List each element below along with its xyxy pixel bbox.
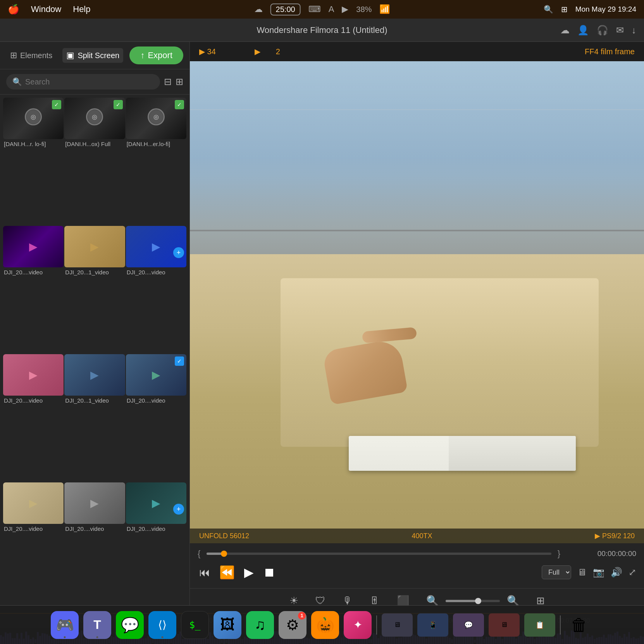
right-panel: ▶ 34 ▶ 2 FF4 film frame [190, 42, 644, 613]
menu-help[interactable]: Help [73, 4, 90, 14]
dock-teams[interactable]: T [83, 611, 111, 639]
video-frame-icon: ▶ [90, 497, 99, 510]
check-icon: ✓ [114, 100, 123, 109]
timecode-display: 00:00:00:00 [567, 549, 636, 558]
export-icon: ↑ [140, 50, 145, 60]
spotify-icon: ♫ [255, 616, 266, 633]
vlc-icon: 🎃 [316, 616, 334, 634]
list-item[interactable]: ▶ ✓ DJI_20....video [126, 354, 186, 482]
step-back-button[interactable]: ⏪ [218, 563, 236, 581]
tab-splitscreen[interactable]: ▣ Split Screen [62, 48, 123, 63]
list-item[interactable]: ▶ DJI_20...1_video [64, 354, 125, 482]
search-input-wrap[interactable]: 🔍 [6, 74, 160, 90]
creative-cloud-icon: ☁ [254, 4, 263, 14]
topnotch-icon: ✦ [353, 618, 362, 631]
dock-preview[interactable]: 🖼 [214, 611, 241, 639]
preview-area: UNFOLD 56012 400TX ▶ PS9/2 120 [190, 61, 644, 543]
list-item[interactable]: ▶ DJI_20...1_video [64, 226, 125, 353]
expand-icon[interactable]: ⤢ [629, 567, 636, 578]
list-item[interactable]: ◎ ✓ [DANI.H...r. lo-fi] [3, 98, 64, 225]
dock-dot [162, 636, 164, 638]
cloud-sync-icon[interactable]: ☁ [560, 25, 570, 36]
play-button[interactable]: ▶ [243, 563, 255, 581]
dock-systemprefs[interactable]: ⚙ 1 [279, 611, 307, 639]
elements-icon: ⊞ [10, 50, 17, 60]
media-label: DJI_20....video [126, 396, 186, 405]
dock-topnotch[interactable]: ✦ [344, 611, 372, 639]
add-to-timeline-icon[interactable]: + [173, 504, 184, 515]
search-icon: 🔍 [12, 77, 22, 86]
list-item[interactable]: ▶ DJI_20....video [3, 354, 64, 482]
dock-trash[interactable]: 🗑 [565, 611, 593, 639]
export-label: Export [148, 50, 172, 60]
list-item[interactable]: ▶ DJI_20....video [3, 226, 64, 353]
media-grid: ◎ ✓ [DANI.H...r. lo-fi] ◎ ✓ [DANI.H...ox… [0, 95, 189, 613]
dock-thumbnail-5[interactable]: 📋 [524, 613, 555, 637]
preview-code-right: ▶ PS9/2 120 [595, 532, 635, 540]
bracket-open[interactable]: { [198, 549, 200, 559]
dock-thumbnail-1[interactable]: 🖥 [382, 613, 413, 637]
letter-icon: A [329, 4, 334, 14]
export-button[interactable]: ↑ Export [129, 46, 183, 64]
tab-bar: ⊞ Elements ▣ Split Screen ↑ Export [0, 42, 189, 69]
list-item[interactable]: ▶ + DJI_20....video [126, 482, 186, 610]
video-frame-icon: ▶ [29, 368, 38, 381]
video-frame-icon: ▶ [29, 240, 38, 253]
zoom-track[interactable] [446, 600, 500, 602]
tab-elements[interactable]: ⊞ Elements [6, 48, 56, 63]
filter-icon[interactable]: ⊟ [164, 76, 172, 87]
search-menubar-icon[interactable]: 🔍 [544, 5, 553, 14]
stop-button[interactable]: ⏹ [262, 564, 277, 581]
list-item[interactable]: ▶ DJI_20....video [3, 482, 64, 610]
account-icon[interactable]: 👤 [577, 25, 589, 36]
progress-thumb[interactable] [221, 551, 227, 557]
dock-vscode[interactable]: ⟨⟩ [148, 611, 176, 639]
bracket-close[interactable]: } [558, 549, 560, 559]
dock-discord[interactable]: 🎮 [51, 611, 79, 639]
menu-window[interactable]: Window [31, 4, 61, 14]
media-label: DJI_20...1_video [64, 396, 125, 405]
preview-code-left: UNFOLD 56012 [199, 532, 249, 540]
dock-thumbnail-3[interactable]: 💬 [453, 613, 484, 637]
grid-icon[interactable]: ⊞ [176, 76, 183, 87]
headphones-icon[interactable]: 🎧 [597, 25, 608, 36]
dock-spotify[interactable]: ♫ [246, 611, 274, 639]
preview-header: ▶ 34 ▶ 2 FF4 film frame [190, 42, 644, 61]
media-label: DJI_20....video [3, 396, 64, 405]
volume-icon[interactable]: 🔊 [611, 567, 622, 578]
add-to-timeline-icon[interactable]: + [173, 247, 184, 258]
menu-apple[interactable]: 🍎 [8, 4, 19, 15]
systemprefs-icon: ⚙ [286, 616, 299, 634]
download-icon[interactable]: ↓ [632, 25, 636, 36]
search-input[interactable] [25, 77, 154, 86]
monitor-icon[interactable]: 🖥 [577, 567, 587, 578]
audio-dial-icon: ◎ [25, 108, 42, 125]
play-circle-icon: ▶ [342, 4, 348, 14]
dock-terminal[interactable]: $_ [181, 611, 209, 639]
dock-thumbnail-4[interactable]: 🖥 [489, 613, 520, 637]
terminal-icon: $_ [189, 620, 201, 630]
list-item[interactable]: ▶ DJI_20....video [64, 482, 125, 610]
dock-thumbnail-2[interactable]: 📱 [417, 613, 448, 637]
teams-icon: T [93, 618, 101, 632]
control-center-icon[interactable]: ⊞ [561, 5, 568, 14]
mail-icon[interactable]: ✉ [616, 25, 624, 36]
preview-app-icon: 🖼 [220, 616, 235, 633]
progress-bar[interactable] [207, 553, 551, 555]
list-item[interactable]: ◎ ✓ [DANI.H...ox) Full [64, 98, 125, 225]
resolution-select[interactable]: Full 1/2 1/4 [542, 565, 571, 579]
dock-vlc[interactable]: 🎃 [311, 611, 339, 639]
thumbnail-icon: 💬 [464, 621, 473, 629]
playback-section: { } 00:00:00:00 ⏮ ⏪ ▶ ⏹ Full 1/2 1/4 [190, 543, 644, 588]
splitscreen-icon: ▣ [66, 50, 74, 60]
list-item[interactable]: ◎ ✓ [DANI.H...er.lo-fi] [126, 98, 186, 225]
skip-back-button[interactable]: ⏮ [198, 565, 212, 580]
list-item[interactable]: ▶ + DJI_20....video [126, 226, 186, 353]
dock-line[interactable]: 💬 [116, 611, 144, 639]
audio-dial-icon: ◎ [86, 108, 103, 125]
line-icon: 💬 [121, 616, 139, 634]
screenshot-icon[interactable]: 📷 [593, 567, 604, 578]
video-frame-icon: ▶ [152, 497, 160, 510]
battery-label: 38% [356, 5, 372, 14]
zoom-thumb[interactable] [475, 598, 481, 604]
